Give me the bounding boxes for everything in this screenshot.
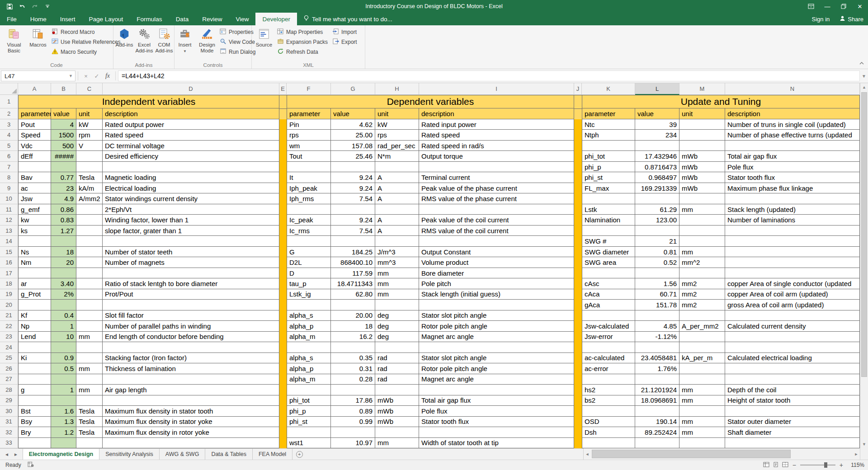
- cell-N31[interactable]: Stator outer diameter: [725, 417, 860, 427]
- cell-G3[interactable]: 4.62: [331, 119, 375, 130]
- row-header-3[interactable]: 3: [0, 119, 18, 130]
- cell-N28[interactable]: Depth of the coil: [725, 385, 860, 395]
- cell-B19[interactable]: 2%: [51, 289, 76, 300]
- source-button[interactable]: Source: [254, 27, 274, 48]
- cell-C13[interactable]: [76, 226, 103, 236]
- sheet-tab-sensitivity-analysis[interactable]: Sensitivity Analysis: [99, 449, 160, 460]
- expand-formula-bar-button[interactable]: ▼: [860, 74, 868, 79]
- cell-D16[interactable]: Number of magnets: [103, 257, 279, 268]
- cell-F8[interactable]: It: [287, 172, 331, 183]
- cell-G21[interactable]: 20.00: [331, 310, 375, 321]
- insert-control-button[interactable]: Insert ▼: [175, 27, 194, 53]
- cell-N22[interactable]: Calculated current density: [725, 321, 860, 331]
- cell-N26[interactable]: [725, 363, 860, 374]
- cell-N13[interactable]: [725, 226, 860, 236]
- cell-M17[interactable]: [679, 268, 725, 278]
- cell-G9[interactable]: 9.24: [331, 183, 375, 193]
- row-header-4[interactable]: 4: [0, 130, 18, 140]
- cell-D4[interactable]: Rated speed: [103, 130, 279, 140]
- cell-K20[interactable]: gAca: [582, 300, 635, 310]
- cell-K25[interactable]: ac-calculated: [582, 353, 635, 363]
- header-cell-D2[interactable]: description: [103, 108, 279, 119]
- cell-D13[interactable]: slope factor, grater than 1: [103, 226, 279, 236]
- spacer-cell-J23[interactable]: [574, 332, 582, 342]
- select-all-button[interactable]: [0, 83, 18, 95]
- header-cell-K2[interactable]: parameter: [582, 108, 635, 119]
- cell-B33[interactable]: [51, 438, 76, 448]
- cell-I24[interactable]: [419, 342, 574, 352]
- spacer-cell-J33[interactable]: [574, 438, 582, 448]
- cell-G18[interactable]: 18.4711343: [331, 278, 375, 289]
- spacer-cell-E4[interactable]: [279, 130, 287, 140]
- spacer-cell-E10[interactable]: [279, 193, 287, 204]
- header-cell-H2[interactable]: unit: [375, 108, 419, 119]
- cell-L14[interactable]: 21: [635, 236, 679, 246]
- row-header-24[interactable]: 24: [0, 342, 18, 352]
- cell-H20[interactable]: [375, 300, 419, 310]
- cell-H13[interactable]: A: [375, 226, 419, 236]
- cell-B13[interactable]: 1.27: [51, 226, 76, 236]
- row-header-26[interactable]: 26: [0, 363, 18, 374]
- row-header-14[interactable]: 14: [0, 236, 18, 246]
- cell-A7[interactable]: [18, 162, 51, 172]
- spacer-cell-J9[interactable]: [574, 183, 582, 193]
- cell-B7[interactable]: [51, 162, 76, 172]
- cell-G20[interactable]: [331, 300, 375, 310]
- sheet-nav-left-icon[interactable]: ◄: [5, 452, 9, 457]
- cell-L18[interactable]: 1.56: [635, 278, 679, 289]
- cell-K4[interactable]: Ntph: [582, 130, 635, 140]
- cell-M33[interactable]: [679, 438, 725, 448]
- tell-me-box[interactable]: Tell me what you want to do...: [297, 13, 399, 25]
- cell-H29[interactable]: mWb: [375, 395, 419, 406]
- cell-F29[interactable]: phi_tot: [287, 395, 331, 406]
- spacer-cell-E7[interactable]: [279, 162, 287, 172]
- cell-L10[interactable]: [635, 193, 679, 204]
- row-header-32[interactable]: 32: [0, 427, 18, 437]
- cell-K33[interactable]: [582, 438, 635, 448]
- cell-G23[interactable]: 16.2: [331, 332, 375, 342]
- run-dialog-button[interactable]: Run Dialog: [220, 48, 255, 56]
- row-header-2[interactable]: 2: [0, 108, 18, 119]
- page-layout-view-icon[interactable]: [773, 462, 779, 469]
- cell-I14[interactable]: [419, 236, 574, 246]
- spacer-cell-J30[interactable]: [574, 406, 582, 416]
- cell-H14[interactable]: [375, 236, 419, 246]
- share-button[interactable]: Share: [840, 15, 863, 23]
- cancel-entry-button[interactable]: ×: [80, 73, 91, 80]
- row-header-25[interactable]: 25: [0, 353, 18, 363]
- cell-G8[interactable]: 9.24: [331, 172, 375, 183]
- cell-L3[interactable]: 39: [635, 119, 679, 130]
- cell-G30[interactable]: 0.89: [331, 406, 375, 416]
- cell-F26[interactable]: alpha_p: [287, 363, 331, 374]
- cell-G19[interactable]: 62.80: [331, 289, 375, 300]
- cell-L17[interactable]: [635, 268, 679, 278]
- cell-M30[interactable]: [679, 406, 725, 416]
- cell-D3[interactable]: Rated output power: [103, 119, 279, 130]
- cell-C16[interactable]: [76, 257, 103, 268]
- row-header-6[interactable]: 6: [0, 151, 18, 161]
- cell-A8[interactable]: Bav: [18, 172, 51, 183]
- cell-A9[interactable]: ac: [18, 183, 51, 193]
- cell-F10[interactable]: Iph_rms: [287, 193, 331, 204]
- cell-K6[interactable]: phi_tot: [582, 151, 635, 161]
- cell-B9[interactable]: 23: [51, 183, 76, 193]
- cell-F6[interactable]: Tout: [287, 151, 331, 161]
- cell-M22[interactable]: A_per_mm2: [679, 321, 725, 331]
- cell-F23[interactable]: alpha_m: [287, 332, 331, 342]
- cell-L15[interactable]: 0.81: [635, 247, 679, 257]
- cell-M29[interactable]: mm: [679, 395, 725, 406]
- spacer-cell-J7[interactable]: [574, 162, 582, 172]
- cell-H10[interactable]: A: [375, 193, 419, 204]
- cell-G27[interactable]: 0.28: [331, 374, 375, 385]
- cell-K13[interactable]: [582, 226, 635, 236]
- cell-C5[interactable]: V: [76, 141, 103, 151]
- header-cell-A2[interactable]: parameter: [18, 108, 51, 119]
- cell-B5[interactable]: 500: [51, 141, 76, 151]
- cell-I17[interactable]: Bore diameter: [419, 268, 574, 278]
- close-button[interactable]: ✕: [852, 0, 868, 13]
- cell-M19[interactable]: mm2: [679, 289, 725, 300]
- cell-L31[interactable]: 190.14: [635, 417, 679, 427]
- cell-I28[interactable]: [419, 385, 574, 395]
- spacer-cell-J32[interactable]: [574, 427, 582, 437]
- spacer-cell-E22[interactable]: [279, 321, 287, 331]
